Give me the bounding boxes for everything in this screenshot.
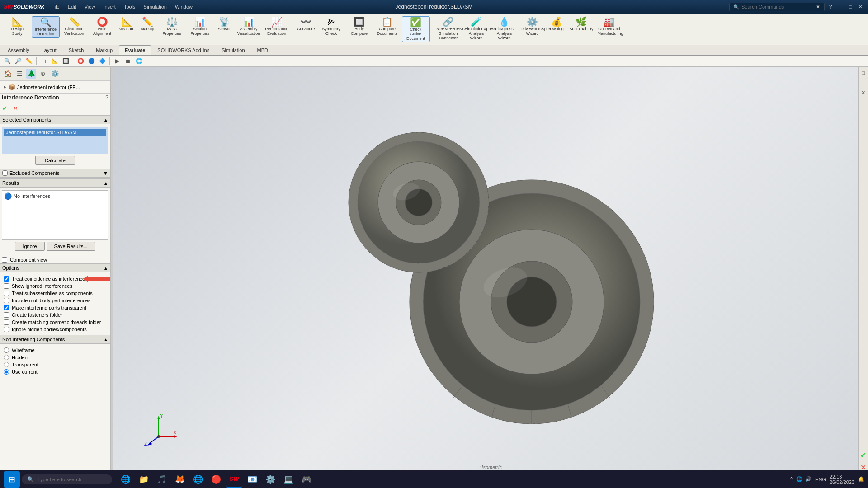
- notification-icon[interactable]: 🔔: [858, 476, 864, 482]
- treat-coincidence-checkbox[interactable]: [4, 276, 9, 282]
- confirm-btn[interactable]: ✔: [0, 103, 9, 113]
- include-multibody-checkbox[interactable]: [4, 298, 9, 303]
- section-properties-btn[interactable]: 📊 Section Properties: [186, 16, 213, 38]
- st-btn-1[interactable]: 🔍: [3, 56, 12, 66]
- taskbar-app-code[interactable]: 💻: [280, 471, 297, 488]
- start-button[interactable]: ⊞: [4, 471, 20, 488]
- selected-components-header[interactable]: Selected Components ▲: [0, 115, 110, 124]
- tab-addins[interactable]: SOLIDWORKS Add-Ins: [151, 45, 215, 55]
- taskbar-app-edge[interactable]: 🌐: [118, 471, 134, 488]
- measure-btn[interactable]: 📐 Measure: [117, 16, 137, 38]
- right-btn-close[interactable]: ✕: [859, 89, 868, 97]
- tab-assembly[interactable]: Assembly: [2, 45, 35, 55]
- st-btn-11[interactable]: ◼: [123, 56, 132, 66]
- volume-icon[interactable]: 🔊: [805, 476, 811, 482]
- calculate-button[interactable]: Calculate: [35, 156, 75, 165]
- taskbar-app-chrome[interactable]: 🌐: [190, 471, 206, 488]
- viewport[interactable]: Y X Z *Isometric □ ─ ✕ ✔ ✕: [113, 67, 868, 474]
- body-compare-btn[interactable]: 🔲 Body Compare: [346, 16, 373, 42]
- confirm-viewport-btn[interactable]: ✔: [860, 451, 866, 460]
- right-btn-collapse[interactable]: ─: [859, 79, 868, 87]
- search-bar[interactable]: 🔍 ▼: [729, 3, 825, 11]
- wireframe-radio[interactable]: [4, 347, 9, 353]
- treat-subassemblies-checkbox[interactable]: [4, 291, 9, 296]
- include-multibody-row[interactable]: Include multibody part interferences: [2, 297, 108, 304]
- mass-properties-btn[interactable]: ⚖️ Mass Properties: [158, 16, 185, 38]
- check-active-btn[interactable]: ✅ Check Active Document: [402, 16, 430, 42]
- ignore-hidden-checkbox[interactable]: [4, 327, 9, 332]
- panel-icon-tree[interactable]: 🌲: [26, 69, 36, 79]
- treat-coincidence-row[interactable]: Treat coincidence as interference: [2, 275, 87, 282]
- component-view-row[interactable]: Component view: [0, 256, 110, 263]
- ignore-button[interactable]: Ignore: [15, 242, 44, 251]
- st-btn-4[interactable]: ◻: [39, 56, 48, 66]
- use-current-radio[interactable]: [4, 369, 9, 375]
- excluded-checkbox[interactable]: [2, 170, 8, 176]
- tab-sketch[interactable]: Sketch: [63, 45, 90, 55]
- tab-layout[interactable]: Layout: [36, 45, 62, 55]
- clock[interactable]: 22:13 26/02/2023: [830, 474, 854, 485]
- panel-icon-target[interactable]: ⊕: [38, 69, 48, 79]
- tree-expand-btn[interactable]: ▶ 📦 Jednostepeni reduktor (FE...: [2, 83, 108, 91]
- sustainability-btn[interactable]: 🌿 Sustainability: [568, 16, 595, 41]
- panel-icon-home[interactable]: 🏠: [3, 69, 13, 79]
- taskbar-app-red[interactable]: 🔴: [208, 471, 224, 488]
- create-fasteners-row[interactable]: Create fasteners folder: [2, 311, 108, 319]
- curvature-btn[interactable]: 〰️ Curvature: [295, 16, 317, 42]
- excluded-components-header[interactable]: Excluded Components ▼: [0, 169, 110, 178]
- menu-edit[interactable]: Edit: [64, 3, 80, 10]
- symmetry-btn[interactable]: ⫸ Symmetry Check: [318, 16, 345, 42]
- show-ignored-row[interactable]: Show ignored interferences: [2, 282, 108, 290]
- tab-mbd[interactable]: MBD: [251, 45, 274, 55]
- sensor-btn[interactable]: 📡 Sensor: [214, 16, 234, 38]
- floxpress-btn[interactable]: 💧 FloXpress Analysis Wizard: [491, 16, 518, 41]
- menu-file[interactable]: File: [48, 3, 63, 10]
- save-results-button[interactable]: Save Results...: [47, 242, 95, 251]
- make-transparent-checkbox[interactable]: [4, 305, 9, 310]
- panel-icon-gear[interactable]: ⚙️: [50, 69, 60, 79]
- tab-simulation[interactable]: Simulation: [216, 45, 250, 55]
- st-btn-5[interactable]: 📐: [50, 56, 59, 66]
- options-header[interactable]: Options ▲: [0, 263, 110, 272]
- help-btn[interactable]: ?: [826, 3, 835, 11]
- create-matching-checkbox[interactable]: [4, 319, 9, 325]
- taskbar-search[interactable]: 🔍: [22, 474, 112, 484]
- st-btn-2[interactable]: 🔎: [14, 56, 23, 66]
- language-indicator[interactable]: ENG: [815, 477, 826, 482]
- tab-evaluate[interactable]: Evaluate: [119, 45, 151, 55]
- minimize-btn[interactable]: ─: [836, 3, 844, 11]
- taskbar-app-settings[interactable]: ⚙️: [262, 471, 278, 488]
- hidden-row[interactable]: Hidden: [2, 354, 108, 361]
- menu-tools[interactable]: Tools: [120, 3, 139, 10]
- st-btn-12[interactable]: 🌐: [134, 56, 143, 66]
- cancel-btn[interactable]: ✕: [11, 103, 20, 113]
- transparent-row[interactable]: Transparent: [2, 361, 108, 368]
- taskbar-app-firefox[interactable]: 🦊: [172, 471, 188, 488]
- make-transparent-row[interactable]: Make interfering parts transparent: [2, 304, 108, 311]
- taskbar-search-input[interactable]: [38, 477, 101, 482]
- restore-btn[interactable]: □: [846, 3, 854, 11]
- simxpress-btn[interactable]: 🧪 SimulationXpress Analysis Wizard: [463, 16, 490, 41]
- st-btn-9[interactable]: 🔷: [98, 56, 107, 66]
- menu-insert[interactable]: Insert: [99, 3, 119, 10]
- panel-help-icon[interactable]: ?: [105, 94, 108, 101]
- st-btn-6[interactable]: 🔲: [61, 56, 70, 66]
- results-header[interactable]: Results ▲: [0, 178, 110, 188]
- component-view-checkbox[interactable]: [2, 257, 7, 263]
- close-btn[interactable]: ✕: [856, 3, 864, 11]
- st-btn-10[interactable]: ▶: [113, 56, 122, 66]
- interference-detection-btn[interactable]: 🔍 Interference Detection: [32, 16, 60, 38]
- show-ignored-checkbox[interactable]: [4, 283, 9, 289]
- taskbar-app-solidworks[interactable]: SW: [226, 471, 242, 488]
- menu-view[interactable]: View: [81, 3, 99, 10]
- st-btn-7[interactable]: ⭕: [76, 56, 85, 66]
- tab-markup[interactable]: Markup: [90, 45, 118, 55]
- clearance-verification-btn[interactable]: 📏 Clearance Verification: [61, 16, 88, 38]
- menu-simulation[interactable]: Simulation: [140, 3, 170, 10]
- network-icon[interactable]: 🌐: [796, 476, 802, 482]
- driveworks-btn[interactable]: ⚙️ DriveWorksXpress Wizard: [519, 16, 546, 41]
- non-interfering-header[interactable]: Non-interfering Components ▲: [0, 335, 110, 344]
- right-btn-expand[interactable]: □: [859, 69, 868, 77]
- tray-icon-1[interactable]: ⌃: [789, 476, 793, 482]
- taskbar-app-media[interactable]: 🎵: [154, 471, 170, 488]
